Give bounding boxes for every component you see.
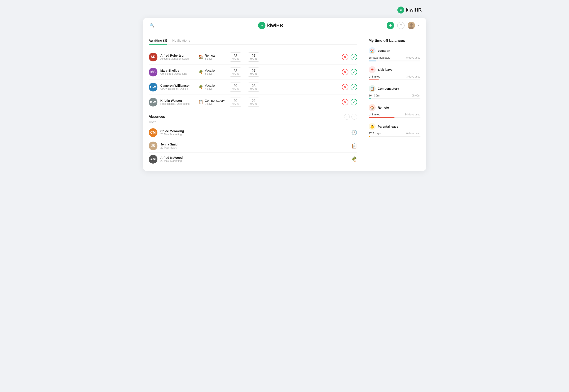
balance-used: 0 days used [406, 132, 420, 135]
person-info: Kristin Watson Recepcionist, Operations [161, 99, 195, 105]
date-from: 20 MAY 21 [230, 98, 241, 107]
balances-title: My time off balances [369, 39, 420, 43]
absence-date: 20 May, Sales [161, 146, 348, 149]
absences-header: Absences ‹ › [149, 114, 357, 120]
balance-bar [369, 98, 420, 99]
card-body: Awaiting (3) Notifications AR Alfred Rob… [143, 33, 426, 171]
balance-name: Remote [378, 106, 389, 109]
approve-button[interactable]: ✓ [351, 54, 357, 60]
balance-meta: Unlimited 3 days used [369, 75, 420, 78]
reject-button[interactable]: ✕ [342, 54, 348, 60]
arrow-icon: → [243, 70, 246, 74]
approve-button[interactable]: ✓ [351, 99, 357, 105]
action-btns: ✕ ✓ [342, 54, 357, 60]
person-role: Account Manager, Sales [161, 57, 195, 60]
leave-type: 🌴 Vacation 5 days [198, 69, 227, 75]
absence-info: Jenna Smith 20 May, Sales [161, 143, 348, 149]
arrow-icon: → [243, 100, 246, 104]
leave-days: 4 days [205, 87, 216, 90]
leave-icon: 📋 [198, 100, 203, 105]
avatar-img: AR [149, 53, 157, 61]
approve-button[interactable]: ✓ [351, 84, 357, 90]
header-logo: kiwiHR [258, 22, 283, 29]
person-role: Recepcionist, Operations [161, 102, 195, 105]
awaiting-row: MS Mary Shellby Consultant, Accounting 🌴… [149, 65, 357, 80]
person-info: Cameron Williamson UI/UX Designer, Desig… [161, 84, 195, 90]
help-button[interactable]: ? [397, 22, 405, 29]
next-arrow-button[interactable]: › [351, 114, 357, 120]
sick-icon: ✚ [369, 66, 376, 73]
kiwi-icon-header [258, 22, 265, 29]
action-btns: ✕ ✓ [342, 69, 357, 75]
reject-button[interactable]: ✕ [342, 84, 348, 90]
absences-title: Absences [149, 115, 165, 119]
vacation-icon: 🏖️ [369, 47, 376, 54]
balance-header: 📋 Compensatory [369, 85, 420, 92]
balance-available: 16h 30m [369, 94, 380, 97]
date-from: 23 MAY 21 [230, 53, 241, 62]
date-range: 20 MAY 21 → 22 MAY 21 [230, 98, 339, 107]
absence-row: JS Jenna Smith 20 May, Sales 📋 [149, 139, 357, 153]
tab-notifications[interactable]: Notifications [172, 39, 190, 45]
leave-days: 2 days [205, 102, 225, 105]
header-right: + ? ▾ [387, 22, 419, 29]
person-role: UI/UX Designer, Design [161, 87, 195, 90]
balance-used: 5 days used [406, 56, 420, 59]
balance-used: 3 days used [406, 75, 420, 78]
avatar: MS [149, 68, 157, 76]
svg-point-4 [261, 25, 262, 26]
arrow-icon: → [243, 55, 246, 59]
prev-arrow-button[interactable]: ‹ [344, 114, 350, 120]
balance-meta: 28 days available 5 days used [369, 56, 420, 59]
leave-name: Vacation [205, 69, 216, 72]
leave-days: 5 days [205, 57, 216, 60]
avatar: KW [149, 98, 157, 107]
absence-name: Jenna Smith [161, 143, 348, 146]
card-header: 🔍 kiwiHR + ? ▾ [143, 18, 426, 33]
balance-item-parental: 👶 Parental leave 27.5 days 0 days used [369, 123, 420, 137]
absence-name: Alfred McWood [161, 156, 348, 159]
approve-button[interactable]: ✓ [351, 69, 357, 75]
balance-header: ✚ Sick leave [369, 66, 420, 73]
avatar-img: KW [149, 98, 157, 107]
left-panel: Awaiting (3) Notifications AR Alfred Rob… [143, 33, 363, 171]
action-btns: ✕ ✓ [342, 99, 357, 105]
top-bar: kiwiHR [143, 4, 426, 16]
balance-used: 0h 00m [412, 94, 420, 97]
absence-row: AM Alfred McWood 20 May, Marketing 🌴 [149, 153, 357, 166]
person-info: Mary Shellby Consultant, Accounting [161, 69, 195, 75]
absence-icon: 📋 [351, 143, 357, 149]
tab-awaiting[interactable]: Awaiting (3) [149, 39, 167, 45]
person-name: Kristin Watson [161, 99, 195, 102]
add-button[interactable]: + [387, 22, 394, 29]
absence-row: CM Chloe Merowing 20 May, Marketing 🕐 [149, 126, 357, 139]
balance-available: Unlimited [369, 75, 380, 78]
balance-header: 👶 Parental leave [369, 123, 420, 130]
reject-button[interactable]: ✕ [342, 99, 348, 105]
balance-item-comp: 📋 Compensatory 16h 30m 0h 00m [369, 85, 420, 99]
user-avatar[interactable] [408, 22, 415, 29]
comp-icon: 📋 [369, 85, 376, 92]
leave-type: 📋 Compensatory 2 days [198, 99, 227, 105]
reject-button[interactable]: ✕ [342, 69, 348, 75]
avatar: AR [149, 53, 157, 61]
balance-bar [369, 60, 420, 61]
balance-bar [369, 136, 420, 137]
date-from: 20 MAY 21 [230, 83, 241, 92]
absence-info: Chloe Merowing 20 May, Marketing [161, 129, 348, 136]
user-chevron-icon[interactable]: ▾ [418, 24, 419, 27]
date-range: 23 MAY 21 → 27 MAY 21 [230, 68, 339, 77]
svg-point-7 [410, 23, 413, 26]
tabs: Awaiting (3) Notifications [149, 39, 357, 45]
awaiting-row: CW Cameron Williamson UI/UX Designer, De… [149, 80, 357, 95]
action-btns: ✕ ✓ [342, 84, 357, 90]
top-logo-text: kiwiHR [406, 7, 422, 13]
top-logo: kiwiHR [397, 7, 422, 14]
balance-meta: 27.5 days 0 days used [369, 132, 420, 135]
leave-icon: 🌴 [198, 70, 203, 74]
balance-used: 14 days used [405, 113, 420, 116]
balance-header: 🏠 Remote [369, 104, 420, 111]
avatar-img: MS [149, 68, 157, 76]
balance-bar [369, 117, 420, 118]
search-icon[interactable]: 🔍 [150, 23, 154, 28]
